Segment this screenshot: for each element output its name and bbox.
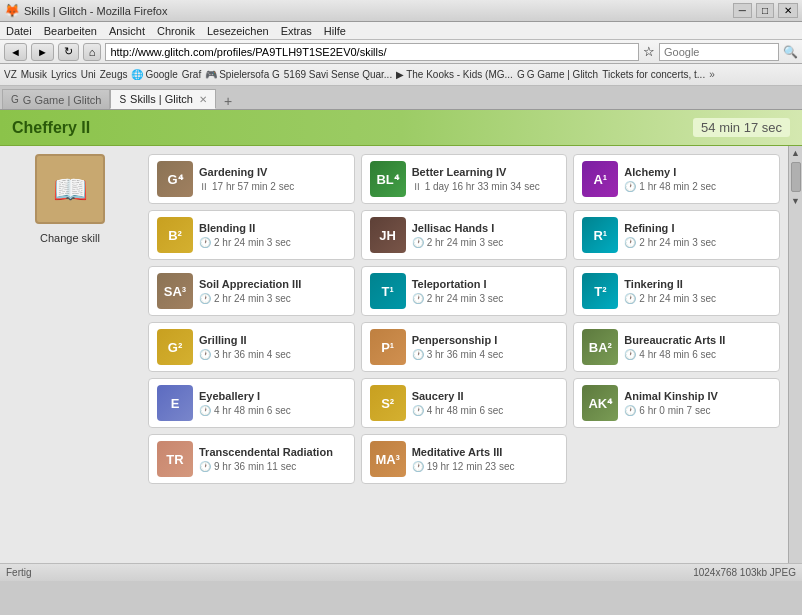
skill-icon: S² [370,385,406,421]
change-skill-button[interactable]: Change skill [40,232,100,244]
skill-card-time: 🕐2 hr 24 min 3 sec [199,293,301,304]
home-button[interactable]: ⌂ [83,43,102,61]
menu-ansicht[interactable]: Ansicht [107,25,147,37]
bookmark-lyrics[interactable]: Lyrics [51,69,77,80]
skill-card[interactable]: G²Grilling II🕐3 hr 36 min 4 sec [148,322,355,372]
skill-card[interactable]: JHJellisac Hands I🕐2 hr 24 min 3 sec [361,210,568,260]
character-icon: 📖 [35,154,105,224]
clock-icon: 🕐 [412,405,424,416]
skill-card[interactable]: R¹Refining I🕐2 hr 24 min 3 sec [573,210,780,260]
skill-card-name: Teleportation I [412,278,504,290]
tab-game-glitch[interactable]: G G Game | Glitch [2,89,110,109]
menu-extras[interactable]: Extras [279,25,314,37]
skill-card[interactable]: A¹Alchemy I🕐1 hr 48 min 2 sec [573,154,780,204]
skill-card-name: Tinkering II [624,278,716,290]
scroll-up-arrow[interactable]: ▲ [789,146,802,160]
tabs-bar: G G Game | Glitch S Skills | Glitch ✕ + [0,86,802,110]
skill-icon: G⁴ [157,161,193,197]
skill-info: Meditative Arts III🕐19 hr 12 min 23 sec [412,446,515,472]
skill-time-text: 1 day 16 hr 33 min 34 sec [425,181,540,192]
skill-card-name: Alchemy I [624,166,716,178]
tab-icon-1: S [119,94,126,105]
skill-card-name: Jellisac Hands I [412,222,504,234]
skill-time-text: 3 hr 36 min 4 sec [427,349,504,360]
skill-time-text: 4 hr 48 min 6 sec [639,349,716,360]
skill-card[interactable]: EEyeballery I🕐4 hr 48 min 6 sec [148,378,355,428]
skill-card-time: 🕐6 hr 0 min 7 sec [624,405,718,416]
skill-card[interactable]: AK⁴Animal Kinship IV🕐6 hr 0 min 7 sec [573,378,780,428]
skill-card[interactable]: B²Blending II🕐2 hr 24 min 3 sec [148,210,355,260]
skill-icon: BA² [582,329,618,365]
bookmark-vz[interactable]: VZ [4,69,17,80]
skill-info: Refining I🕐2 hr 24 min 3 sec [624,222,716,248]
menu-hilfe[interactable]: Hilfe [322,25,348,37]
bookmark-star[interactable]: ☆ [643,44,655,59]
close-btn[interactable]: ✕ [778,3,798,18]
skill-card[interactable]: BL⁴Better Learning IV⏸1 day 16 hr 33 min… [361,154,568,204]
scroll-thumb[interactable] [791,162,801,192]
skill-card[interactable]: G⁴Gardening IV⏸17 hr 57 min 2 sec [148,154,355,204]
skill-icon: SA³ [157,273,193,309]
skill-card-time: 🕐4 hr 48 min 6 sec [199,405,291,416]
bookmarks-more[interactable]: » [709,69,715,80]
skill-time-text: 4 hr 48 min 6 sec [214,405,291,416]
bookmark-google[interactable]: 🌐Google [131,69,177,80]
clock-icon: 🕐 [412,349,424,360]
search-icon[interactable]: 🔍 [783,45,798,59]
minimize-btn[interactable]: ─ [733,3,752,18]
clock-icon: 🕐 [624,293,636,304]
pause-icon: ⏸ [199,181,209,192]
bookmark-uni[interactable]: Uni [81,69,96,80]
tab-label-1: Skills | Glitch [130,93,193,105]
back-button[interactable]: ◄ [4,43,27,61]
bookmark-tickets[interactable]: Tickets for concerts, t... [602,69,705,80]
pause-icon: ⏸ [412,181,422,192]
skill-time-text: 2 hr 24 min 3 sec [427,293,504,304]
maximize-btn[interactable]: □ [756,3,774,18]
menu-bar: Datei Bearbeiten Ansicht Chronik Lesezei… [0,22,802,40]
bookmark-5169[interactable]: 5169 Savi Sense Quar... [284,69,392,80]
skill-card[interactable]: BA²Bureaucratic Arts II🕐4 hr 48 min 6 se… [573,322,780,372]
skill-card[interactable]: P¹Penpersonship I🕐3 hr 36 min 4 sec [361,322,568,372]
new-tab-button[interactable]: + [220,93,236,109]
skill-time-text: 2 hr 24 min 3 sec [639,293,716,304]
scroll-down-arrow[interactable]: ▼ [789,194,802,208]
skill-card-time: 🕐4 hr 48 min 6 sec [412,405,504,416]
menu-datei[interactable]: Datei [4,25,34,37]
skill-card[interactable]: T²Tinkering II🕐2 hr 24 min 3 sec [573,266,780,316]
url-input[interactable] [105,43,639,61]
bookmark-graf[interactable]: Graf [182,69,201,80]
skill-card[interactable]: MA³Meditative Arts III🕐19 hr 12 min 23 s… [361,434,568,484]
bookmark-musik[interactable]: Musik [21,69,47,80]
search-input[interactable] [659,43,779,61]
clock-icon: 🕐 [412,293,424,304]
scrollbar[interactable]: ▲ ▼ [788,146,802,563]
skill-card[interactable]: TRTranscendental Radiation🕐9 hr 36 min 1… [148,434,355,484]
skill-card-name: Bureaucratic Arts II [624,334,725,346]
skill-card[interactable]: T¹Teleportation I🕐2 hr 24 min 3 sec [361,266,568,316]
tab-close-button[interactable]: ✕ [199,94,207,105]
bookmark-kooks[interactable]: ▶The Kooks - Kids (MG... [396,69,513,80]
forward-button[interactable]: ► [31,43,54,61]
browser-title: Skills | Glitch - Mozilla Firefox [24,5,167,17]
skill-card-time: ⏸17 hr 57 min 2 sec [199,181,294,192]
bookmark-game-glitch[interactable]: GG Game | Glitch [517,69,598,80]
left-panel: 📖 Change skill [0,146,140,563]
menu-lesezeichen[interactable]: Lesezeichen [205,25,271,37]
skill-icon: TR [157,441,193,477]
skill-card-time: 🕐3 hr 36 min 4 sec [199,349,291,360]
firefox-icon: 🦊 [4,3,20,18]
skill-time-text: 4 hr 48 min 6 sec [427,405,504,416]
tab-skills-glitch[interactable]: S Skills | Glitch ✕ [110,89,215,109]
reload-button[interactable]: ↻ [58,43,79,61]
skill-info: Teleportation I🕐2 hr 24 min 3 sec [412,278,504,304]
bookmark-zeugs[interactable]: Zeugs [100,69,128,80]
skill-icon: E [157,385,193,421]
menu-chronik[interactable]: Chronik [155,25,197,37]
file-info: 1024x768 103kb JPEG [693,567,796,578]
skill-card[interactable]: S²Saucery II🕐4 hr 48 min 6 sec [361,378,568,428]
skill-header: Cheffery II 54 min 17 sec [0,110,802,146]
skill-card[interactable]: SA³Soil Appreciation III🕐2 hr 24 min 3 s… [148,266,355,316]
bookmark-spielersofa[interactable]: 🎮Spielersofa G [205,69,280,80]
menu-bearbeiten[interactable]: Bearbeiten [42,25,99,37]
